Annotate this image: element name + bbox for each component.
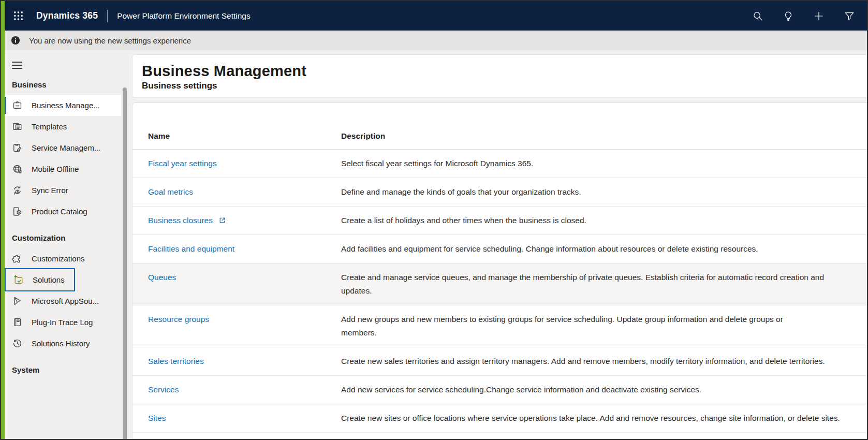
description-line: Define and manage the kinds of goals tha… [341, 185, 868, 199]
description-line: Create new sites or office locations whe… [341, 412, 868, 425]
row-description: Create new sites or office locations whe… [341, 412, 868, 425]
row-description: Create new sales territories and assign … [341, 355, 868, 368]
topbar-divider [107, 10, 108, 22]
row-description: Create a list of holidays and other time… [341, 214, 868, 227]
lightbulb-icon[interactable] [782, 10, 795, 22]
hamburger-icon[interactable] [12, 62, 22, 69]
sidebar-item-solutions[interactable]: Solutions [5, 268, 75, 291]
sidebar-item-label: Plug-In Trace Log [32, 318, 93, 327]
link-services[interactable]: Services [148, 385, 179, 394]
info-banner: You are now using the new settings exper… [1, 31, 867, 50]
sidebar-item-mobile-offline[interactable]: Mobile Offline [5, 158, 121, 180]
sidebar-item-label: Templates [32, 122, 67, 131]
table-row-facilities-and-equipment: Facilities and equipment Add facilities … [133, 235, 868, 263]
sidebar-item-label: Customizations [32, 254, 85, 263]
row-description: Add new services for service scheduling.… [341, 383, 868, 397]
description-line: Add facilities and equipment for service… [341, 242, 868, 256]
row-description: Define and manage the kinds of goals tha… [341, 185, 868, 199]
link-queues[interactable]: Queues [148, 273, 176, 282]
link-sales-territories[interactable]: Sales territories [148, 357, 204, 365]
sidebar-item-label: Mobile Offline [32, 165, 79, 173]
templates-icon [12, 121, 23, 132]
page-title: Business Management [142, 62, 868, 80]
sidebar-item-templates[interactable]: Templates [5, 116, 121, 137]
sidebar-item-label: Service Managem... [32, 143, 100, 152]
customizations-icon [12, 253, 23, 264]
sidebar-item-label: Sync Error [32, 186, 68, 195]
description-line: Select fiscal year settings for Microsof… [341, 157, 868, 170]
sidebar-item-solutions-history[interactable]: Solutions History [5, 333, 121, 354]
settings-sidebar: Business Business Manage... Templates Se… [5, 50, 121, 439]
filter-icon[interactable] [843, 10, 856, 22]
service-management-icon [12, 142, 23, 153]
top-navigation-bar: Dynamics 365 Power Platform Environment … [1, 1, 867, 31]
sidebar-item-sync-error[interactable]: Sync Error [5, 180, 121, 201]
table-header-row: Name Description [133, 103, 868, 150]
table-row-sites: Sites Create new sites or office locatio… [133, 404, 868, 433]
sidebar-item-business-manage[interactable]: Business Manage... [5, 95, 121, 116]
sidebar-item-label: Solutions [33, 275, 65, 284]
sidebar-scrollbar [121, 50, 129, 439]
column-header-description: Description [341, 131, 385, 141]
table-row-services: Services Add new services for service sc… [133, 376, 868, 404]
sidebar-item-label: Product Catalog [32, 207, 87, 216]
table-row-queues: Queues Create and manage service queues,… [133, 263, 868, 305]
sidebar-section-business: Business [12, 80, 121, 89]
description-line: Add new services for service scheduling.… [341, 383, 868, 397]
page-subtitle: Business settings [142, 80, 868, 91]
solutions-history-icon [12, 338, 23, 349]
app-window: Dynamics 365 Power Platform Environment … [0, 0, 868, 440]
settings-table-card: Name Description Fiscal year settings Se… [132, 102, 868, 440]
row-description: Add facilities and equipment for service… [341, 242, 868, 256]
banner-message: You are now using the new settings exper… [29, 36, 191, 45]
sidebar-item-label: Solutions History [32, 339, 90, 348]
environment-settings-title: Power Platform Environment Settings [117, 11, 251, 21]
link-sites[interactable]: Sites [148, 414, 166, 422]
sidebar-section-system: System [12, 365, 121, 374]
mobile-offline-icon [12, 164, 23, 174]
sidebar-item-plug-in-trace-log[interactable]: Plug-In Trace Log [5, 312, 121, 333]
table-row-sales-territories: Sales territories Create new sales terri… [133, 347, 868, 376]
main-content: Business Management Business settings Na… [129, 50, 868, 439]
column-header-name: Name [148, 131, 341, 141]
business-management-icon [12, 100, 23, 111]
sidebar-item-microsoft-appsou[interactable]: Microsoft AppSou... [5, 290, 121, 312]
link-goal-metrics[interactable]: Goal metrics [148, 187, 193, 196]
link-fiscal-year-settings[interactable]: Fiscal year settings [148, 159, 217, 168]
search-icon[interactable] [752, 10, 764, 22]
table-row-business-closures: Business closures Create a list of holid… [133, 207, 868, 235]
row-description: Add new groups and new members to existi… [341, 313, 868, 340]
sidebar-item-product-catalog[interactable]: Product Catalog [5, 201, 121, 222]
description-line: Create new sales territories and assign … [341, 355, 868, 368]
sidebar-scrollbar-thumb[interactable] [123, 87, 127, 440]
description-line: updates. [341, 284, 868, 298]
product-catalog-icon [12, 206, 23, 217]
table-row-goal-metrics: Goal metrics Define and manage the kinds… [133, 178, 868, 207]
description-line: Create and manage service queues, and ma… [341, 271, 868, 284]
sidebar-item-label: Business Manage... [32, 101, 100, 110]
description-line: members. [341, 326, 868, 340]
info-icon [11, 36, 20, 45]
external-link-icon [218, 215, 226, 223]
link-resource-groups[interactable]: Resource groups [148, 315, 209, 324]
row-description: Create and manage service queues, and ma… [341, 271, 868, 298]
sidebar-section-customization: Customization [12, 233, 121, 242]
app-title[interactable]: Dynamics 365 [36, 10, 98, 21]
sidebar-item-customizations[interactable]: Customizations [5, 248, 121, 269]
appsource-icon [12, 296, 23, 306]
sidebar-item-label: Microsoft AppSou... [32, 297, 99, 305]
page-header-card: Business Management Business settings [132, 54, 868, 98]
window-edge-strip [1, 1, 5, 439]
link-facilities-and-equipment[interactable]: Facilities and equipment [148, 244, 234, 253]
table-row-fiscal-year-settings: Fiscal year settings Select fiscal year … [133, 150, 868, 178]
app-launcher-icon[interactable] [11, 9, 25, 23]
description-line: Add new groups and new members to existi… [341, 313, 868, 326]
link-business-closures[interactable]: Business closures [148, 216, 213, 225]
add-icon[interactable] [813, 10, 825, 22]
row-description: Select fiscal year settings for Microsof… [341, 157, 868, 170]
table-row-resource-groups: Resource groups Add new groups and new m… [133, 305, 868, 347]
sidebar-item-service-managem[interactable]: Service Managem... [5, 137, 121, 158]
sync-error-icon [12, 185, 23, 196]
solutions-icon [13, 274, 24, 285]
topbar-actions [752, 10, 856, 22]
